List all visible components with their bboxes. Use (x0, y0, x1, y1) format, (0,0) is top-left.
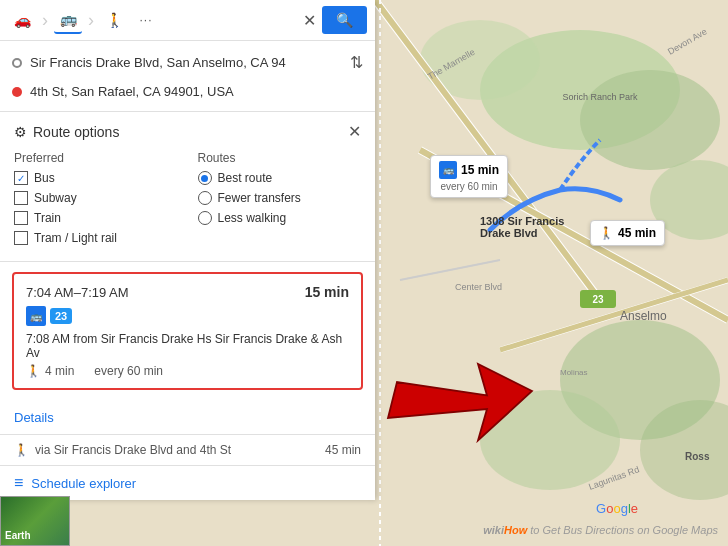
origin-address[interactable]: Sir Francis Drake Blvd, San Anselmo, CA … (30, 55, 342, 70)
transport-icon-walk[interactable]: 🚶 (100, 6, 128, 34)
route-sub-details: 🚶 4 min every 60 min (26, 364, 349, 378)
route-options-panel: ⚙ Route options ✕ Preferred Bus Subway T… (0, 112, 375, 262)
svg-text:Anselmo: Anselmo (620, 309, 667, 323)
walking-route-left: 🚶 via Sir Francis Drake Blvd and 4th St (14, 443, 231, 457)
wikihow-watermark: wikiHow to Get Bus Directions on Google … (483, 524, 718, 536)
train-checkbox[interactable] (14, 211, 28, 225)
search-button[interactable]: 🔍 (322, 6, 367, 34)
frequency-text: every 60 min (94, 364, 163, 378)
schedule-link[interactable]: Schedule explorer (31, 476, 136, 491)
origin-dot (12, 58, 22, 68)
schedule-section: ≡ Schedule explorer (0, 466, 375, 500)
details-link[interactable]: Details (14, 410, 54, 425)
separator: › (42, 10, 48, 31)
svg-text:Molinas: Molinas (560, 368, 588, 377)
map-bus-icon: 🚌 (439, 161, 457, 179)
bus-checkbox[interactable] (14, 171, 28, 185)
best-route-label: Best route (218, 171, 273, 185)
walking-route-icon: 🚶 (14, 443, 29, 457)
option-subway[interactable]: Subway (14, 191, 178, 205)
options-grid: Preferred Bus Subway Train Tram / Light … (14, 151, 361, 251)
route-card[interactable]: 7:04 AM–7:19 AM 15 min 🚌 23 7:08 AM from… (12, 272, 363, 390)
subway-checkbox[interactable] (14, 191, 28, 205)
swap-button[interactable]: ⇅ (350, 53, 363, 72)
svg-point-2 (580, 70, 720, 170)
schedule-icon: ≡ (14, 474, 23, 492)
less-walking-radio[interactable] (198, 211, 212, 225)
transport-icon-transit[interactable]: 🚌 (54, 6, 82, 34)
map-bus-frequency: every 60 min (440, 181, 497, 192)
map-street-label: 1308 Sir Francis Drake Blvd (480, 215, 564, 239)
train-label: Train (34, 211, 61, 225)
search-icon: 🔍 (336, 12, 353, 28)
svg-text:Ross: Ross (685, 451, 710, 462)
close-button[interactable]: ✕ (303, 11, 316, 30)
map-walk-info: 🚶 45 min (590, 220, 665, 246)
route-duration: 15 min (305, 284, 349, 300)
svg-marker-25 (388, 364, 532, 441)
walking-route[interactable]: 🚶 via Sir Francis Drake Blvd and 4th St … (0, 435, 375, 466)
subway-label: Subway (34, 191, 77, 205)
transport-icon-car[interactable]: 🚗 (8, 6, 36, 34)
map-walk-time: 45 min (618, 226, 656, 240)
fewer-transfers-label: Fewer transfers (218, 191, 301, 205)
earth-thumbnail[interactable]: Earth (0, 496, 70, 546)
frequency-item: every 60 min (94, 364, 163, 378)
tram-label: Tram / Light rail (34, 231, 117, 245)
earth-label: Earth (5, 530, 31, 541)
destination-dot (12, 87, 22, 97)
details-section: Details (0, 400, 375, 435)
routes-header: Routes (198, 151, 362, 165)
preferred-header: Preferred (14, 151, 178, 165)
walk-sub-icon: 🚶 (26, 364, 41, 378)
origin-row: Sir Francis Drake Blvd, San Anselmo, CA … (12, 49, 363, 76)
option-fewer-transfers[interactable]: Fewer transfers (198, 191, 362, 205)
map-bus-time: 15 min (461, 163, 499, 177)
tram-checkbox[interactable] (14, 231, 28, 245)
less-walking-label: Less walking (218, 211, 287, 225)
option-less-walking[interactable]: Less walking (198, 211, 362, 225)
route-options-header: ⚙ Route options ✕ (14, 122, 361, 141)
routes-col: Routes Best route Fewer transfers Less w… (198, 151, 362, 251)
option-bus[interactable]: Bus (14, 171, 178, 185)
google-logo: Google (596, 501, 638, 516)
best-route-radio[interactable] (198, 171, 212, 185)
route-time-range: 7:04 AM–7:19 AM (26, 285, 129, 300)
route-detail: 7:08 AM from Sir Francis Drake Hs Sir Fr… (26, 332, 349, 360)
arrow-annotation (370, 346, 550, 466)
walk-time: 4 min (45, 364, 74, 378)
route-number: 23 (50, 308, 72, 324)
walking-route-text: via Sir Francis Drake Blvd and 4th St (35, 443, 231, 457)
search-bar: 🚗 › 🚌 › 🚶 ··· ✕ 🔍 (0, 0, 375, 41)
walk-time-item: 🚶 4 min (26, 364, 74, 378)
option-best-route[interactable]: Best route (198, 171, 362, 185)
svg-text:Sorich Ranch Park: Sorich Ranch Park (562, 92, 638, 102)
address-fields: Sir Francis Drake Blvd, San Anselmo, CA … (0, 41, 375, 112)
preferred-col: Preferred Bus Subway Train Tram / Light … (14, 151, 178, 251)
svg-text:23: 23 (592, 294, 604, 305)
route-card-header: 7:04 AM–7:19 AM 15 min (26, 284, 349, 300)
route-bus-icon: 🚌 (26, 306, 46, 326)
fewer-transfers-radio[interactable] (198, 191, 212, 205)
option-tram[interactable]: Tram / Light rail (14, 231, 178, 245)
map-bus-info: 🚌 15 min every 60 min (430, 155, 508, 198)
transport-icon-more[interactable]: ··· (132, 6, 160, 34)
left-panel: 🚗 › 🚌 › 🚶 ··· ✕ 🔍 Sir Francis Drake Blvd… (0, 0, 375, 500)
transport-mode-icons: 🚗 › 🚌 › 🚶 ··· (8, 6, 160, 34)
separator2: › (88, 10, 94, 31)
route-options-title: ⚙ Route options (14, 124, 119, 140)
destination-address[interactable]: 4th St, San Rafael, CA 94901, USA (30, 84, 363, 99)
walk-icon: 🚶 (599, 226, 614, 240)
svg-text:Center Blvd: Center Blvd (455, 282, 502, 292)
route-icons-row: 🚌 23 (26, 306, 349, 326)
walking-duration: 45 min (325, 443, 361, 457)
destination-row: 4th St, San Rafael, CA 94901, USA (12, 80, 363, 103)
option-train[interactable]: Train (14, 211, 178, 225)
route-options-icon: ⚙ (14, 124, 27, 140)
bus-label: Bus (34, 171, 55, 185)
route-options-close[interactable]: ✕ (348, 122, 361, 141)
